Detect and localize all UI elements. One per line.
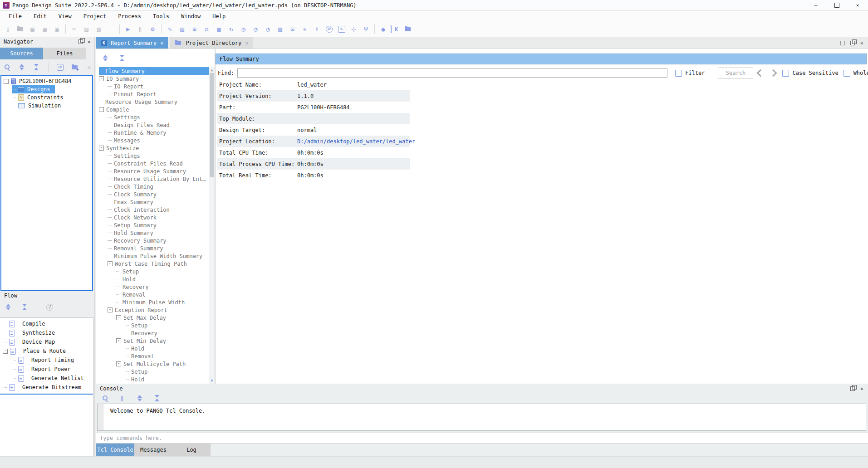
close-tab-icon[interactable]: ✕ — [245, 40, 248, 46]
tree-item[interactable]: Setup — [96, 268, 209, 275]
menu-tools[interactable]: Tools — [147, 12, 175, 20]
float-panel-icon[interactable] — [78, 39, 83, 44]
float-console-icon[interactable] — [850, 386, 855, 391]
lightbulb-button[interactable]: ● — [377, 23, 389, 35]
console-tab-log[interactable]: Log — [172, 444, 211, 456]
menu-help[interactable]: Help — [206, 12, 231, 20]
filter-checkbox[interactable] — [675, 70, 682, 77]
tree-item[interactable]: -Place & Route — [0, 346, 93, 356]
search-button[interactable]: Search — [718, 68, 753, 78]
nav-tab-files[interactable]: Files — [43, 48, 86, 59]
node-add-button[interactable]: ⊹ — [348, 23, 360, 35]
chip-debug-button[interactable]: ⊡ — [286, 23, 299, 35]
tree-item[interactable]: Removal — [96, 352, 209, 360]
menu-process[interactable]: Process — [112, 12, 147, 20]
tree-item[interactable]: Removal — [96, 291, 209, 298]
find-in-files-button[interactable] — [105, 23, 117, 35]
expander-minus-icon[interactable]: - — [99, 107, 104, 112]
tree-item[interactable]: Constraint Files Read — [96, 160, 209, 167]
tree-item[interactable]: -Compile — [96, 106, 209, 113]
expander-minus-icon[interactable]: - — [4, 79, 9, 84]
tree-item[interactable]: -Set Multicycle Path — [96, 360, 209, 368]
tree-item[interactable]: Clock Interaction — [96, 206, 209, 214]
scroll-up-icon[interactable]: ▲ — [211, 67, 213, 73]
console-output[interactable]: Welcome to PANGO Tcl Console. — [97, 404, 866, 431]
collapse-all-button[interactable] — [116, 52, 128, 64]
collapse-all-button[interactable] — [18, 301, 30, 313]
find-input[interactable] — [237, 68, 667, 78]
pause-button[interactable]: ‖ — [116, 392, 128, 405]
menu-edit[interactable]: Edit — [28, 12, 53, 20]
tree-item[interactable]: Simulation — [1, 102, 92, 110]
search-button[interactable] — [99, 392, 111, 405]
tree-item[interactable]: Hold — [96, 375, 209, 383]
tree-item[interactable]: Settings — [96, 113, 209, 121]
expander-minus-icon[interactable]: - — [99, 76, 104, 81]
tree-item[interactable]: Setup Summary — [96, 221, 209, 229]
save-button[interactable]: ▣ — [26, 23, 39, 35]
tree-item[interactable]: Designs — [1, 85, 92, 93]
tree-item[interactable]: Resource Utilization By Ent… — [96, 175, 209, 183]
minimize-button[interactable]: – — [805, 0, 826, 10]
collapse-all-button[interactable] — [31, 61, 41, 73]
expand-all-button[interactable] — [16, 61, 27, 73]
tree-item[interactable]: Messages — [96, 136, 209, 144]
tree-item[interactable]: Fmax Summary — [96, 198, 209, 206]
ip-catalog-button[interactable]: IP — [54, 61, 65, 73]
close-panel-icon[interactable]: ✕ — [88, 39, 91, 45]
waveform-viewer-button[interactable]: ∿ — [335, 23, 348, 35]
circle-ip-button[interactable]: IP — [323, 23, 335, 35]
tree-item[interactable]: Flow Summary — [96, 67, 209, 75]
maximize-button[interactable] — [826, 0, 847, 10]
report-tree-scrollbar[interactable]: ▲ ▼ — [209, 67, 215, 384]
tree-item[interactable]: Resource Usage Summary — [96, 167, 209, 175]
expander-minus-icon[interactable]: - — [116, 338, 121, 343]
tree-item[interactable]: Resource Usage Summary — [96, 98, 209, 106]
close-tab-icon[interactable]: ✕ — [160, 40, 163, 46]
tree-item[interactable]: Runtime & Memory — [96, 129, 209, 136]
tree-item[interactable]: Clock Network — [96, 214, 209, 221]
hierarchy-button[interactable]: ⋔ — [360, 23, 372, 35]
circle-download-button[interactable]: ⬇ — [311, 23, 323, 35]
collapse-all-button[interactable] — [151, 392, 163, 405]
save-as-button[interactable]: ▣ — [39, 23, 51, 35]
scroll-down-icon[interactable]: ▼ — [211, 378, 213, 384]
copy-button[interactable]: ▥ — [93, 23, 105, 35]
tree-item[interactable]: Compile — [0, 319, 93, 328]
expander-minus-icon[interactable]: - — [108, 307, 113, 312]
menu-view[interactable]: View — [53, 12, 78, 20]
tree-item[interactable]: Hold — [96, 275, 209, 283]
doc-tab-project-directory[interactable]: Project Directory✕ — [170, 37, 253, 49]
menu-window[interactable]: Window — [175, 12, 206, 20]
tree-item[interactable]: -IO Summary — [96, 75, 209, 83]
tree-item[interactable]: -Exception Report — [96, 306, 209, 314]
tree-item[interactable]: -Synthesize — [96, 144, 209, 152]
find-next-icon[interactable] — [770, 69, 777, 77]
tree-item[interactable]: Report Power — [0, 365, 93, 374]
scrollbar-thumb[interactable] — [210, 73, 214, 177]
tree-item[interactable]: Device Map — [0, 337, 93, 346]
tree-item[interactable]: -PG2L100H-6FBG484 — [1, 77, 92, 85]
close-console-icon[interactable]: ✕ — [860, 385, 863, 392]
circle-clock-button[interactable]: ◔ — [250, 23, 262, 35]
whole-words-checkbox[interactable] — [843, 70, 850, 77]
bug-button[interactable]: ✳ — [299, 23, 311, 35]
tree-item[interactable]: -Worst Case Timing Path — [96, 260, 209, 268]
tree-item[interactable]: Setup — [96, 368, 209, 375]
open-folder-button[interactable] — [14, 23, 26, 35]
circle-gauge-button[interactable]: ◔ — [262, 23, 274, 35]
tree-item[interactable]: Hold — [96, 345, 209, 352]
tree-item[interactable]: -Set Max Delay — [96, 314, 209, 322]
tree-item[interactable]: IO Report — [96, 83, 209, 90]
pause-button[interactable]: ‖ — [134, 23, 147, 35]
tree-item[interactable]: Setup — [96, 322, 209, 329]
close-button[interactable]: ✕ — [847, 0, 868, 10]
circle-refresh-button[interactable]: ↻ — [225, 23, 237, 35]
tree-item[interactable]: Generate Bitstream — [0, 383, 93, 392]
tree-item[interactable]: Synthesize — [0, 328, 93, 337]
block-swap-button[interactable]: ⇄ — [201, 23, 213, 35]
tree-item[interactable]: Pinout Report — [96, 90, 209, 98]
expand-all-button[interactable] — [99, 52, 111, 64]
tree-item[interactable]: Removal Summary — [96, 244, 209, 252]
add-folder-button[interactable]: + — [69, 61, 80, 73]
